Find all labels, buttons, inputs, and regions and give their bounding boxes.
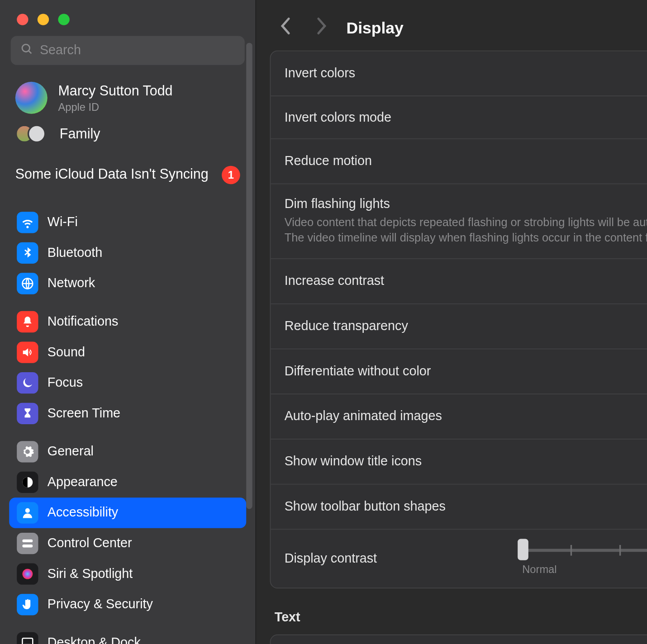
label-title-icons: Show window title icons <box>285 454 647 469</box>
svg-rect-6 <box>22 545 33 547</box>
sidebar-item-general[interactable]: General <box>9 436 246 467</box>
svg-point-4 <box>25 508 30 513</box>
slider-knob[interactable] <box>518 539 528 560</box>
sidebar-item-privacy[interactable]: Privacy & Security <box>9 589 246 620</box>
row-toolbar-button-shapes: Show toolbar button shapes <box>271 484 647 530</box>
family-avatars <box>15 124 49 143</box>
account-sub: Apple ID <box>58 100 172 113</box>
sidebar-item-controlcenter[interactable]: Control Center <box>9 528 246 559</box>
sidebar-item-label: Focus <box>48 375 83 391</box>
topbar: Display <box>256 0 647 51</box>
sidebar-item-label: Appearance <box>48 474 118 490</box>
sidebar-item-label: Network <box>48 276 95 291</box>
icloud-sync-warning[interactable]: Some iCloud Data Isn't Syncing 1 <box>0 154 255 195</box>
sidebar: Marcy Sutton Todd Apple ID Family Some i… <box>0 0 256 644</box>
sidebar-item-notifications[interactable]: Notifications <box>9 307 246 337</box>
dock-icon <box>17 632 38 644</box>
svg-rect-8 <box>22 638 33 644</box>
switches-icon <box>17 533 38 554</box>
sidebar-item-label: Desktop & Dock <box>48 635 141 644</box>
sidebar-item-label: Sound <box>48 345 85 360</box>
slider-min-label: Normal <box>522 563 557 575</box>
sidebar-item-wifi[interactable]: Wi-Fi <box>9 207 246 238</box>
label-toolbar-shapes: Show toolbar button shapes <box>285 499 647 514</box>
sidebar-item-label: Screen Time <box>48 406 120 421</box>
row-increase-contrast: Increase contrast <box>271 259 647 304</box>
row-differentiate-without-color: Differentiate without color <box>271 349 647 394</box>
sidebar-item-label: Accessibility <box>48 505 118 521</box>
sidebar-item-bluetooth[interactable]: Bluetooth <box>9 238 246 269</box>
label-autoplay: Auto-play animated images <box>285 408 647 424</box>
label-display-contrast: Display contrast <box>285 551 507 566</box>
sidebar-nav: Wi-FiBluetoothNetworkNotificationsSoundF… <box>0 195 255 644</box>
gear-icon <box>17 441 38 462</box>
row-window-title-icons: Show window title icons <box>271 439 647 484</box>
family-label: Family <box>60 126 100 142</box>
siri-icon <box>17 564 38 585</box>
account-name: Marcy Sutton Todd <box>58 83 172 99</box>
system-settings-window: Marcy Sutton Todd Apple ID Family Some i… <box>0 0 647 644</box>
search-icon <box>20 42 33 59</box>
sidebar-item-label: Bluetooth <box>48 245 102 260</box>
display-panel: Invert colors Invert colors mode Smart C… <box>270 51 647 588</box>
bluetooth-icon <box>17 242 38 264</box>
hand-icon <box>17 594 38 615</box>
sidebar-item-sound[interactable]: Sound <box>9 337 246 368</box>
main-content: Display Invert colors Invert colors mode… <box>256 0 647 644</box>
globe-icon <box>17 273 38 294</box>
minimize-button[interactable] <box>38 14 49 25</box>
apple-id-row[interactable]: Marcy Sutton Todd Apple ID <box>0 71 255 118</box>
wifi-icon <box>17 212 38 233</box>
maximize-button[interactable] <box>58 14 69 25</box>
sidebar-item-label: Privacy & Security <box>48 597 153 612</box>
sync-text: Some iCloud Data Isn't Syncing <box>15 166 222 184</box>
sync-badge: 1 <box>222 166 240 185</box>
search-input[interactable] <box>40 43 236 58</box>
row-text-size[interactable]: Text size Set your preferred reading siz… <box>271 635 647 644</box>
label-invert-colors: Invert colors <box>285 66 647 81</box>
bell-icon <box>17 311 38 332</box>
halfcircle-icon <box>17 472 38 493</box>
sidebar-item-label: Notifications <box>48 314 119 330</box>
row-invert-colors: Invert colors <box>271 51 647 96</box>
label-differentiate: Differentiate without color <box>285 364 647 379</box>
row-invert-colors-mode: Invert colors mode Smart Classic <box>271 96 647 139</box>
section-label-text: Text <box>275 610 647 625</box>
sub-dim-flashing: Video content that depicts repeated flas… <box>285 215 647 246</box>
page-title: Display <box>347 19 404 38</box>
sidebar-scrollbar[interactable] <box>246 43 252 509</box>
svg-line-1 <box>29 51 31 53</box>
speaker-icon <box>17 341 38 363</box>
row-reduce-transparency: Reduce transparency <box>271 304 647 349</box>
sidebar-item-desktop[interactable]: Desktop & Dock <box>9 627 246 644</box>
forward-button[interactable] <box>311 14 331 43</box>
label-reduce-motion: Reduce motion <box>285 154 647 169</box>
moon-icon <box>17 372 38 393</box>
sidebar-item-label: Control Center <box>48 536 132 551</box>
svg-point-0 <box>22 44 29 52</box>
sidebar-item-siri[interactable]: Siri & Spotlight <box>9 559 246 589</box>
label-dim-flashing: Dim flashing lights <box>285 196 647 212</box>
sidebar-item-label: General <box>48 444 94 459</box>
row-autoplay-animated-images: Auto-play animated images <box>271 394 647 439</box>
close-button[interactable] <box>17 14 28 25</box>
sidebar-item-focus[interactable]: Focus <box>9 368 246 398</box>
sidebar-item-screentime[interactable]: Screen Time <box>9 398 246 429</box>
back-button[interactable] <box>276 14 296 43</box>
avatar <box>15 82 48 114</box>
slider-display-contrast[interactable] <box>522 541 647 557</box>
row-dim-flashing-lights: Dim flashing lights Video content that d… <box>271 184 647 259</box>
label-increase-contrast: Increase contrast <box>285 273 647 289</box>
svg-rect-5 <box>22 540 33 542</box>
row-display-contrast: Display contrast <box>271 529 647 587</box>
person-icon <box>17 502 38 523</box>
sidebar-item-network[interactable]: Network <box>9 268 246 299</box>
window-controls <box>0 0 255 25</box>
text-panel: Text size Set your preferred reading siz… <box>270 634 647 644</box>
sidebar-item-appearance[interactable]: Appearance <box>9 467 246 498</box>
row-reduce-motion: Reduce motion <box>271 139 647 185</box>
sidebar-item-accessibility[interactable]: Accessibility <box>9 497 246 528</box>
search-field[interactable] <box>11 36 245 65</box>
sidebar-item-label: Siri & Spotlight <box>48 566 133 582</box>
family-row[interactable]: Family <box>0 118 255 154</box>
